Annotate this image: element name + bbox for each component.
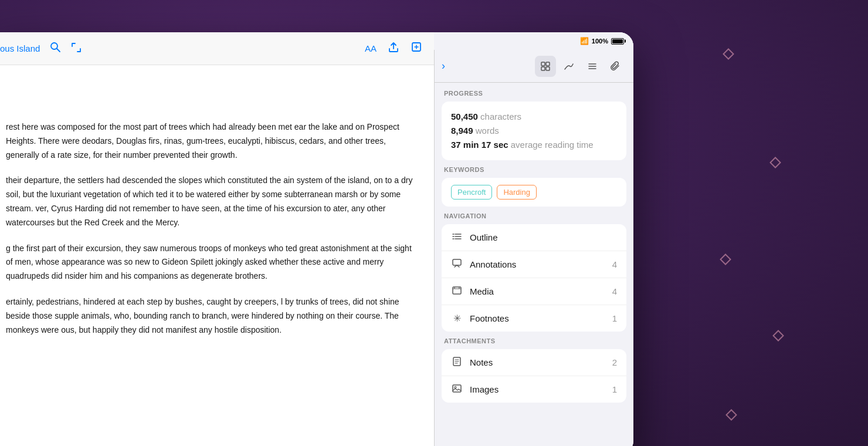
progress-section: PROGRESS 50,450 characters 8,949 words — [442, 90, 626, 160]
share-icon[interactable] — [388, 41, 399, 56]
collapse-button[interactable]: › — [442, 60, 445, 72]
chart-view-button[interactable] — [558, 56, 579, 77]
reading-paragraph-4: ertainly, pedestrians, hindered at each … — [6, 295, 416, 337]
battery-percent: 100% — [592, 38, 608, 45]
sidebar-content: PROGRESS 50,450 characters 8,949 words — [435, 83, 633, 410]
footnotes-icon: ✳ — [451, 313, 463, 324]
reading-panel: ous Island — [0, 32, 434, 446]
search-icon[interactable] — [49, 41, 61, 56]
media-label: Media — [470, 286, 605, 296]
reading-text: rest here was composed for the most part… — [6, 120, 416, 337]
nav-outline[interactable]: Outline — [442, 224, 626, 251]
images-count: 1 — [612, 384, 617, 394]
nav-footnotes[interactable]: ✳ Footnotes 1 — [442, 305, 626, 332]
font-size-icon[interactable]: AA — [365, 43, 377, 53]
svg-rect-25 — [453, 385, 461, 392]
main-content: ous Island — [0, 32, 633, 446]
keywords-section: KEYWORDS Pencroft Harding — [442, 166, 626, 207]
resize-icon[interactable] — [70, 42, 82, 55]
keyword-harding[interactable]: Harding — [497, 185, 537, 200]
reading-paragraph-2: their departure, the settlers had descen… — [6, 174, 416, 229]
navigation-card: Outline Annotations 4 — [442, 224, 626, 332]
outline-label: Outline — [470, 232, 617, 242]
toolbar: ous Island — [0, 32, 434, 65]
media-icon — [451, 286, 463, 297]
progress-card: 50,450 characters 8,949 words 37 min 17 … — [442, 102, 626, 160]
svg-point-26 — [455, 387, 456, 388]
reading-time-stat: 37 min 17 sec average reading time — [451, 138, 617, 152]
annotations-count: 4 — [612, 259, 617, 269]
keyword-pencroft[interactable]: Pencroft — [451, 185, 492, 200]
annotations-label: Annotations — [470, 259, 605, 269]
nav-media[interactable]: Media 4 — [442, 278, 626, 305]
sidebar: › — [434, 32, 633, 446]
nav-images[interactable]: Images 1 — [442, 376, 626, 403]
toolbar-right: AA — [365, 41, 422, 56]
notes-icon — [451, 357, 463, 368]
svg-rect-6 — [546, 67, 550, 70]
keywords-label: KEYWORDS — [442, 166, 626, 175]
attachment-view-button[interactable] — [605, 56, 626, 77]
reading-paragraph-1: rest here was composed for the most part… — [6, 120, 416, 162]
navigation-section: NAVIGATION — [442, 212, 626, 332]
svg-line-1 — [57, 49, 60, 52]
media-count: 4 — [612, 286, 617, 296]
sidebar-toolbar: › — [435, 50, 633, 83]
navigation-label: NAVIGATION — [442, 212, 626, 222]
ipad-screen: 📶 100% ous Island — [0, 32, 633, 446]
reading-paragraph-3: g the first part of their excursion, the… — [6, 242, 416, 283]
nav-annotations[interactable]: Annotations 4 — [442, 251, 626, 278]
notes-label: Notes — [470, 357, 605, 367]
notes-count: 2 — [612, 357, 617, 367]
nav-notes[interactable]: Notes 2 — [442, 349, 626, 376]
outline-icon — [451, 232, 463, 243]
keywords-card: Pencroft Harding — [442, 178, 626, 207]
images-label: Images — [470, 384, 605, 394]
annotations-icon — [451, 259, 463, 270]
footnotes-count: 1 — [612, 313, 617, 323]
attachments-card: Notes 2 — [442, 349, 626, 403]
svg-point-0 — [51, 43, 57, 49]
attachments-section: ATTACHMENTS — [442, 337, 626, 403]
list-view-button[interactable] — [582, 56, 603, 77]
progress-label: PROGRESS — [442, 90, 626, 99]
edit-icon[interactable] — [411, 41, 422, 56]
svg-rect-3 — [541, 62, 545, 66]
svg-rect-17 — [453, 287, 461, 294]
characters-stat: 50,450 characters — [451, 110, 617, 124]
chapter-title[interactable]: ous Island — [0, 43, 40, 53]
wifi-icon: 📶 — [580, 37, 589, 45]
words-stat: 8,949 words — [451, 124, 617, 138]
status-bar: 📶 100% — [434, 32, 633, 50]
sidebar-toolbar-right — [535, 56, 626, 77]
svg-rect-5 — [541, 67, 545, 70]
attachments-label: ATTACHMENTS — [442, 337, 626, 347]
battery-icon — [611, 38, 624, 45]
svg-rect-4 — [546, 62, 550, 66]
ipad-device: 📶 100% ous Island — [0, 32, 633, 446]
svg-rect-16 — [453, 259, 461, 265]
images-icon — [451, 384, 463, 395]
grid-view-button[interactable] — [535, 56, 556, 77]
footnotes-label: Footnotes — [470, 313, 605, 323]
